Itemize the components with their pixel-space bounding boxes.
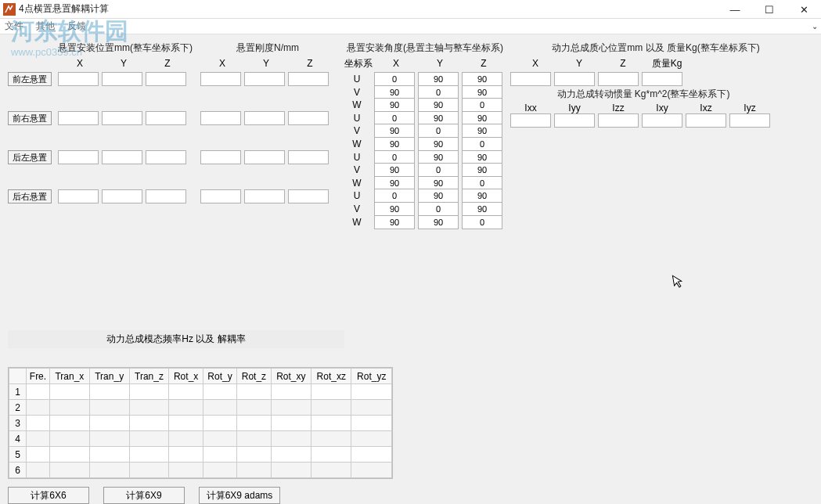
pos-rr-x[interactable] — [58, 189, 99, 203]
table-cell[interactable] — [237, 416, 271, 431]
stiff-rl-z[interactable] — [288, 150, 329, 164]
pos-rl-x[interactable] — [58, 150, 99, 164]
angle-1-v-z[interactable] — [462, 124, 502, 138]
angle-3-w-z[interactable] — [462, 215, 502, 229]
table-cell[interactable] — [49, 400, 89, 416]
table-cell[interactable] — [351, 431, 392, 447]
angle-2-v-z[interactable] — [462, 163, 502, 177]
stiff-fr-x[interactable] — [200, 111, 241, 125]
table-cell[interactable] — [203, 384, 236, 400]
table-cell[interactable] — [203, 463, 236, 478]
maximize-button[interactable]: ☐ — [752, 0, 787, 19]
table-cell[interactable] — [27, 431, 50, 447]
table-cell[interactable] — [271, 463, 311, 478]
angle-1-u-x[interactable] — [374, 111, 415, 125]
table-cell[interactable] — [49, 431, 89, 447]
angle-1-u-z[interactable] — [462, 111, 502, 125]
table-cell[interactable] — [89, 431, 129, 447]
angle-2-w-z[interactable] — [462, 176, 502, 190]
inertia-Ixz[interactable] — [686, 113, 726, 128]
angle-3-u-z[interactable] — [462, 189, 502, 203]
stiff-rl-x[interactable] — [200, 150, 241, 164]
table-cell[interactable] — [169, 431, 203, 447]
table-cell[interactable] — [351, 384, 392, 400]
table-cell[interactable] — [311, 416, 351, 431]
angle-2-u-y[interactable] — [418, 150, 459, 164]
table-cell[interactable] — [49, 463, 89, 478]
pos-rl-z[interactable] — [146, 150, 186, 164]
angle-1-w-x[interactable] — [374, 137, 415, 151]
table-cell[interactable] — [351, 447, 392, 463]
table-cell[interactable] — [49, 416, 89, 431]
pos-fl-y[interactable] — [102, 72, 142, 86]
table-cell[interactable] — [89, 447, 129, 463]
table-cell[interactable] — [89, 400, 129, 416]
table-cell[interactable] — [271, 447, 311, 463]
stiff-rl-y[interactable] — [244, 150, 285, 164]
mass-kg[interactable] — [642, 72, 682, 86]
pos-fl-z[interactable] — [146, 72, 186, 86]
table-cell[interactable] — [169, 447, 203, 463]
inertia-Iyz[interactable] — [729, 113, 770, 128]
table-cell[interactable] — [351, 400, 392, 416]
calc-6x9-button[interactable]: 计算6X9 — [103, 487, 185, 504]
angle-2-u-z[interactable] — [462, 150, 502, 164]
table-cell[interactable] — [27, 416, 50, 431]
table-cell[interactable] — [271, 400, 311, 416]
calc-6x9-adams-button[interactable]: 计算6X9 adams — [199, 487, 280, 504]
inertia-Ixx[interactable] — [510, 113, 551, 128]
table-cell[interactable] — [351, 416, 392, 431]
table-cell[interactable] — [169, 463, 203, 478]
table-cell[interactable] — [271, 384, 311, 400]
table-cell[interactable] — [237, 447, 271, 463]
menu-file[interactable]: 文件 — [5, 20, 23, 33]
table-cell[interactable] — [311, 463, 351, 478]
angle-1-w-z[interactable] — [462, 137, 502, 151]
table-cell[interactable] — [237, 384, 271, 400]
angle-1-u-y[interactable] — [418, 111, 459, 125]
table-cell[interactable] — [129, 384, 169, 400]
stiff-rr-y[interactable] — [244, 189, 285, 203]
angle-3-w-y[interactable] — [418, 215, 459, 229]
angle-2-v-y[interactable] — [418, 163, 459, 177]
angle-2-w-x[interactable] — [374, 176, 415, 190]
angle-0-v-z[interactable] — [462, 85, 502, 99]
toolbar-dropdown-icon[interactable]: ⌄ — [812, 22, 818, 31]
table-cell[interactable] — [49, 384, 89, 400]
mass-z[interactable] — [598, 72, 639, 86]
calc-6x6-button[interactable]: 计算6X6 — [8, 487, 89, 504]
table-cell[interactable] — [129, 447, 169, 463]
table-cell[interactable] — [203, 431, 236, 447]
table-cell[interactable] — [203, 400, 236, 416]
angle-3-u-x[interactable] — [374, 189, 415, 203]
angle-3-v-y[interactable] — [418, 202, 459, 216]
angle-3-u-y[interactable] — [418, 189, 459, 203]
stiff-fr-y[interactable] — [244, 111, 285, 125]
pos-fr-z[interactable] — [146, 111, 186, 125]
table-cell[interactable] — [169, 400, 203, 416]
table-cell[interactable] — [89, 463, 129, 478]
mass-y[interactable] — [554, 72, 595, 86]
stiff-fl-z[interactable] — [288, 72, 329, 86]
table-cell[interactable] — [311, 447, 351, 463]
angle-0-u-z[interactable] — [462, 72, 502, 86]
stiff-fl-x[interactable] — [200, 72, 241, 86]
menu-other[interactable]: 其他 — [36, 20, 55, 33]
close-button[interactable]: ✕ — [787, 0, 821, 19]
angle-1-v-x[interactable] — [374, 124, 415, 138]
table-cell[interactable] — [311, 400, 351, 416]
angle-1-v-y[interactable] — [418, 124, 459, 138]
stiff-rr-z[interactable] — [288, 189, 329, 203]
table-cell[interactable] — [237, 431, 271, 447]
angle-0-w-y[interactable] — [418, 98, 459, 112]
table-cell[interactable] — [49, 447, 89, 463]
pos-fr-y[interactable] — [102, 111, 142, 125]
table-cell[interactable] — [237, 400, 271, 416]
table-cell[interactable] — [89, 416, 129, 431]
table-cell[interactable] — [311, 431, 351, 447]
table-cell[interactable] — [27, 384, 50, 400]
angle-0-u-y[interactable] — [418, 72, 459, 86]
stiff-rr-x[interactable] — [200, 189, 241, 203]
angle-1-w-y[interactable] — [418, 137, 459, 151]
pos-rr-y[interactable] — [102, 189, 142, 203]
